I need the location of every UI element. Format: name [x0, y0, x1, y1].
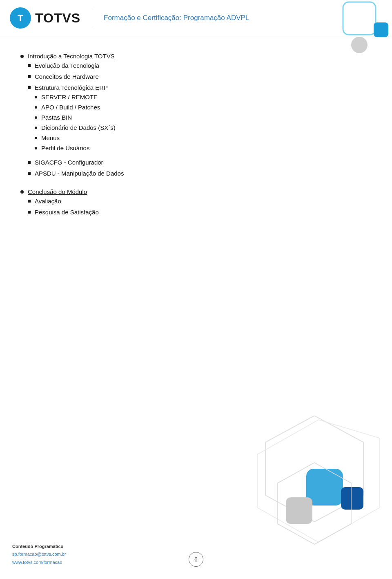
level2-item: APSDU - Manipulação de Dados: [28, 170, 124, 177]
logo-text: TOTVS: [35, 11, 80, 26]
level3-item-text: Perfil de Usuários: [41, 145, 89, 151]
bullet-square: [28, 200, 31, 203]
level3-item-text: APO / Build / Patches: [41, 104, 100, 111]
deco-bottom-right: [237, 416, 392, 546]
level2-item: Evolução da Tecnologia: [28, 62, 124, 69]
header-divider: [92, 8, 92, 28]
bullet-square: [28, 86, 31, 89]
bullet-circle-sm: [35, 137, 37, 139]
level2-item: Avaliação: [28, 198, 99, 205]
level3-item: APO / Build / Patches: [35, 104, 116, 111]
level3-item-text: Pastas BIN: [41, 114, 72, 121]
bullet-circle-sm: [35, 106, 37, 109]
totvs-logo-icon: T: [10, 7, 31, 29]
svg-text:T: T: [18, 13, 23, 23]
level3-item: Menus: [35, 134, 116, 141]
level3-item-text: Dicionário de Dados (SX´s): [41, 124, 116, 131]
level2-item-text: Conceitos de Hardware: [35, 73, 99, 80]
svg-rect-3: [374, 22, 388, 37]
level3-item-text: Menus: [41, 134, 60, 141]
level2-item: Conceitos de Hardware: [28, 73, 124, 80]
svg-point-4: [351, 37, 368, 53]
level2-item: Pesquisa de Satisfação: [28, 209, 99, 216]
level2-list: Evolução da Tecnologia Conceitos de Hard…: [28, 62, 124, 177]
header-title: Formação e Certificação: Programação ADV…: [104, 14, 249, 22]
logo-area: T TOTVS: [10, 7, 80, 29]
level2-item: Estrutura Tecnológica ERP SERVER / REMOT…: [28, 84, 124, 155]
level3-item: SERVER / REMOTE: [35, 94, 116, 100]
level2-item-text: Avaliação: [35, 198, 61, 205]
bullet-circle: [20, 190, 24, 194]
bullet-circle-sm: [35, 96, 37, 98]
level2-item-text: Pesquisa de Satisfação: [35, 209, 99, 216]
svg-rect-9: [286, 497, 312, 524]
list-item-content: Introdução a Tecnologia TOTVS Evolução d…: [28, 53, 124, 181]
level2-item-text: Estrutura Tecnológica ERP: [35, 84, 108, 91]
footer-left: Conteúdo Programático sp.formacao@totvs.…: [12, 543, 66, 567]
level3-item: Pastas BIN: [35, 114, 116, 121]
level2-list: Avaliação Pesquisa de Satisfação: [28, 198, 99, 216]
level2-item-text: Evolução da Tecnologia: [35, 62, 99, 69]
footer-email[interactable]: sp.formacao@totvs.com.br: [12, 552, 66, 557]
level3-item: Perfil de Usuários: [35, 145, 116, 151]
level2-item-text: APSDU - Manipulação de Dados: [35, 170, 124, 177]
list-item-content: Conclusão do Módulo Avaliação Pesquisa d…: [28, 188, 99, 220]
level3-item-text: SERVER / REMOTE: [41, 94, 98, 100]
level2-item: SIGACFG - Configurador: [28, 159, 124, 166]
svg-rect-2: [343, 2, 376, 35]
footer-label: Conteúdo Programático: [12, 543, 66, 551]
bullet-circle-sm: [35, 147, 37, 149]
list-item: Conclusão do Módulo Avaliação Pesquisa d…: [20, 188, 372, 220]
level2-item-content: Estrutura Tecnológica ERP SERVER / REMOT…: [35, 84, 116, 155]
bullet-circle-sm: [35, 127, 37, 129]
deco-top-right: [310, 0, 392, 65]
bullet-square: [28, 172, 31, 175]
list-item: Introdução a Tecnologia TOTVS Evolução d…: [20, 53, 372, 181]
bullet-square: [28, 161, 31, 164]
bullet-square: [28, 211, 31, 214]
page-number: 6: [189, 552, 203, 567]
bullet-square: [28, 64, 31, 67]
content-list: Introdução a Tecnologia TOTVS Evolução d…: [20, 53, 372, 220]
level3-list: SERVER / REMOTE APO / Build / Patches Pa…: [35, 94, 116, 151]
page-header: T TOTVS Formação e Certificação: Program…: [0, 0, 392, 36]
footer-website[interactable]: www.totvs.com/formacao: [12, 560, 62, 565]
bullet-square: [28, 75, 31, 78]
svg-rect-8: [341, 487, 363, 510]
level3-item: Dicionário de Dados (SX´s): [35, 124, 116, 131]
item-label: Conclusão do Módulo: [28, 188, 87, 195]
level2-item-text: SIGACFG - Configurador: [35, 159, 103, 166]
main-content: Introdução a Tecnologia TOTVS Evolução d…: [0, 36, 392, 235]
item-label: Introdução a Tecnologia TOTVS: [28, 53, 115, 60]
bullet-circle: [20, 55, 24, 58]
bullet-circle-sm: [35, 116, 37, 119]
